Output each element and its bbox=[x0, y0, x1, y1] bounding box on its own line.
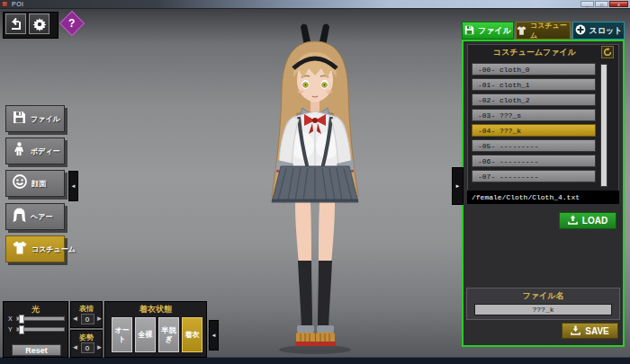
upload-icon bbox=[568, 215, 578, 226]
collapse-left-icon: ◄ bbox=[212, 333, 217, 338]
clothing-auto-button[interactable]: オート bbox=[112, 317, 132, 352]
list-item-selected[interactable]: -04- ???_k bbox=[472, 124, 596, 137]
gear-icon bbox=[32, 17, 47, 31]
clothing-dressed-button[interactable]: 着衣 bbox=[182, 317, 202, 352]
load-button[interactable]: LOAD bbox=[559, 212, 616, 229]
shirt-icon bbox=[13, 241, 27, 258]
list-item[interactable]: -00- cloth_0 bbox=[472, 63, 596, 75]
list-item[interactable]: -06- --------- bbox=[472, 155, 596, 167]
panel-expand-tab[interactable]: ► bbox=[452, 167, 464, 205]
refresh-icon bbox=[603, 44, 612, 60]
light-reset-button[interactable]: Reset bbox=[12, 344, 61, 356]
list-scrollbar[interactable] bbox=[599, 63, 608, 188]
light-y-slider-thumb[interactable] bbox=[19, 325, 24, 334]
expression-panel: 表情 ◄ 0 ► bbox=[70, 301, 103, 328]
expression-value: 0 bbox=[81, 314, 94, 324]
light-x-label: X bbox=[8, 315, 13, 322]
app-window: POI _ □ x ? ファイル ボディー 顔面 bbox=[0, 0, 630, 364]
tab-slot[interactable]: スロット bbox=[572, 22, 625, 40]
window-title: POI bbox=[12, 0, 24, 8]
clothing-naked-button[interactable]: 全裸 bbox=[135, 317, 156, 352]
body-icon bbox=[13, 142, 26, 160]
window-titlebar[interactable]: POI _ □ x bbox=[0, 0, 630, 9]
sidebar-item-file[interactable]: ファイル bbox=[5, 105, 65, 132]
close-button[interactable]: x bbox=[609, 1, 628, 7]
floor-strip bbox=[0, 357, 630, 364]
list-item[interactable]: -03- ???_s bbox=[472, 109, 596, 121]
floppy-icon bbox=[13, 111, 26, 128]
plus-icon bbox=[575, 22, 586, 39]
clothing-half-button[interactable]: 半脱ぎ bbox=[158, 317, 179, 352]
light-y-row: Y bbox=[4, 325, 69, 334]
costume-file-list: -00- cloth_0 -01- cloth_1 -02- cloth_2 -… bbox=[472, 63, 596, 182]
sidebar-item-face[interactable]: 顔面 bbox=[5, 170, 65, 197]
list-item[interactable]: -01- cloth_1 bbox=[472, 78, 596, 91]
filename-label: ファイル名 bbox=[466, 290, 620, 302]
clothing-state-panel: 着衣状態 オート 全裸 半脱ぎ 着衣 bbox=[104, 301, 207, 358]
scrollbar-thumb[interactable] bbox=[601, 65, 607, 186]
file-path: /female/Cloth/Cloth_4.txt bbox=[467, 191, 619, 204]
expand-right-icon: ► bbox=[455, 183, 461, 189]
settings-button[interactable] bbox=[29, 13, 50, 34]
app-icon bbox=[2, 1, 8, 7]
expression-prev-icon[interactable]: ◄ bbox=[72, 314, 79, 324]
expression-next-icon[interactable]: ► bbox=[96, 314, 104, 324]
save-button[interactable]: SAVE bbox=[562, 323, 618, 339]
light-panel: 光 X Y Reset bbox=[3, 301, 68, 358]
floppy-icon bbox=[464, 22, 474, 39]
help-icon: ? bbox=[68, 17, 75, 30]
expression-title: 表情 bbox=[71, 304, 102, 314]
sidebar-item-hair[interactable]: ヘアー bbox=[5, 203, 65, 230]
face-icon bbox=[13, 174, 27, 192]
filename-input[interactable] bbox=[474, 304, 612, 315]
maximize-button[interactable]: □ bbox=[595, 1, 608, 7]
sidebar-item-costume[interactable]: コスチューム bbox=[5, 235, 65, 262]
back-button[interactable] bbox=[5, 13, 26, 34]
pose-value: 0 bbox=[81, 342, 94, 353]
sidebar-collapse-tab[interactable]: ◄ bbox=[68, 171, 78, 201]
list-item[interactable]: -02- cloth_2 bbox=[472, 93, 596, 106]
collapse-left-icon: ◄ bbox=[71, 183, 76, 189]
list-item[interactable]: -07- --------- bbox=[472, 170, 596, 182]
sidebar-item-body[interactable]: ボディー bbox=[5, 138, 65, 164]
clothing-title: 着衣状態 bbox=[105, 304, 206, 315]
pose-title: 姿勢 bbox=[71, 333, 102, 342]
refresh-button[interactable] bbox=[601, 46, 614, 58]
list-item[interactable]: -05- --------- bbox=[472, 139, 596, 152]
shirt-icon bbox=[517, 22, 526, 39]
character-model[interactable] bbox=[236, 20, 394, 354]
download-icon bbox=[571, 325, 580, 337]
bottom-collapse-tab[interactable]: ◄ bbox=[209, 320, 219, 351]
back-icon bbox=[9, 17, 22, 31]
list-title: コスチュームファイル bbox=[467, 47, 602, 58]
light-x-slider-thumb[interactable] bbox=[19, 315, 24, 324]
tab-file[interactable]: ファイル bbox=[462, 22, 514, 40]
pose-panel: 姿勢 ◄ 0 ► bbox=[70, 330, 103, 358]
minimize-button[interactable]: _ bbox=[580, 1, 594, 7]
light-x-row: X bbox=[4, 315, 69, 324]
light-y-label: Y bbox=[8, 326, 13, 333]
tab-costume[interactable]: コスチューム bbox=[516, 22, 571, 40]
pose-next-icon[interactable]: ► bbox=[96, 342, 104, 353]
pose-prev-icon[interactable]: ◄ bbox=[72, 342, 79, 353]
hair-icon bbox=[13, 208, 26, 226]
